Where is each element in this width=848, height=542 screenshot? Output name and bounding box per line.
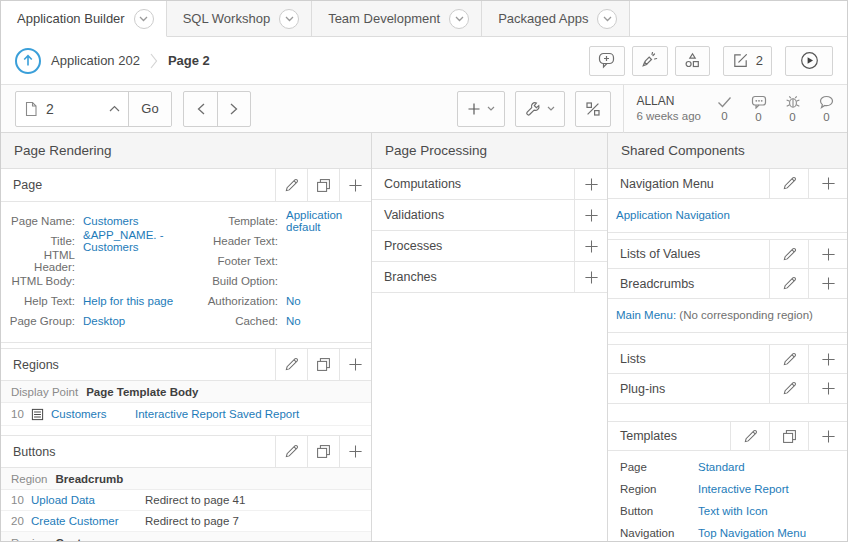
tabbar-spacer	[630, 1, 847, 37]
tab-application-builder[interactable]: Application Builder	[1, 1, 167, 37]
plugins-title: Plug-ins	[608, 374, 769, 403]
next-page-button[interactable]	[217, 92, 250, 126]
create-breadcrumb-button[interactable]	[808, 269, 847, 298]
attr-label: HTML Header:	[1, 249, 83, 273]
wrench-icon	[525, 101, 541, 117]
region-detail-link[interactable]: Interactive Report Saved Report	[135, 408, 299, 420]
attr-value-link[interactable]: No	[286, 295, 301, 307]
edit-lists-button[interactable]	[769, 345, 808, 373]
edit-breadcrumbs-button[interactable]	[769, 269, 808, 298]
display-point-value: Page Template Body	[86, 386, 198, 398]
plus-icon	[821, 352, 836, 367]
navigation-menu-link[interactable]: Application Navigation	[616, 209, 730, 221]
create-validation-button[interactable]	[574, 200, 607, 230]
add-comment-button[interactable]	[589, 46, 625, 76]
edit-navigation-menu-button[interactable]	[769, 169, 808, 198]
edit-lov-button[interactable]	[769, 240, 808, 268]
page-rendering-panel: Page Rendering Page Page Name:Customers …	[1, 133, 372, 541]
main-menu-link[interactable]: Main Menu:	[616, 309, 676, 321]
template-link[interactable]: Text with Icon	[698, 505, 768, 517]
edit-regions-button[interactable]	[275, 349, 307, 380]
create-page-button[interactable]	[339, 169, 371, 201]
create-lov-button[interactable]	[808, 240, 847, 268]
chevron-left-icon	[197, 103, 205, 115]
edit-templates-button[interactable]	[730, 422, 769, 450]
previous-page-button[interactable]	[184, 92, 217, 126]
tab-sql-workshop[interactable]: SQL Workshop	[167, 1, 312, 37]
go-button[interactable]: Go	[128, 92, 171, 126]
comments-stat[interactable]: 0	[813, 95, 840, 123]
breadcrumb-application[interactable]: Application 202	[51, 53, 140, 68]
buttons-section-header: Buttons	[1, 435, 371, 468]
attr-label: Header Text:	[186, 235, 286, 247]
template-link[interactable]: Standard	[698, 461, 745, 473]
region-row: 10 Customers Interactive Report Saved Re…	[1, 403, 371, 426]
plus-icon	[348, 178, 363, 193]
breadcrumb-bar: Application 202 Page 2	[1, 37, 847, 85]
create-branch-button[interactable]	[574, 262, 607, 292]
edit-page-button[interactable]: 2	[723, 46, 772, 76]
template-link[interactable]: Top Navigation Menu	[698, 527, 806, 539]
pencil-icon	[284, 357, 299, 372]
duplicate-icon	[782, 429, 797, 444]
create-region-button[interactable]	[339, 349, 371, 380]
template-link[interactable]: Interactive Report	[698, 483, 789, 495]
plus-icon	[584, 270, 599, 285]
create-list-button[interactable]	[808, 345, 847, 373]
chevron-down-icon[interactable]	[279, 9, 299, 29]
edit-buttons-button[interactable]	[275, 436, 307, 467]
chevron-down-icon[interactable]	[597, 9, 617, 29]
computations-row: Computations	[372, 169, 607, 200]
advisor-button[interactable]	[632, 46, 668, 76]
attr-value-link[interactable]: Customers	[83, 215, 139, 227]
template-type: Navigation	[620, 527, 698, 539]
page-section-title: Page	[1, 169, 275, 201]
plugins-header: Plug-ins	[608, 374, 847, 404]
attr-value-link[interactable]: No	[286, 315, 301, 327]
create-navigation-menu-button[interactable]	[808, 169, 847, 198]
page-attributes-left: Page Name:Customers Title:&APP_NAME. - C…	[1, 211, 186, 331]
button-name-link[interactable]: Create Customer	[31, 515, 145, 527]
tab-label: Team Development	[328, 11, 440, 26]
shared-components-button[interactable]	[675, 46, 710, 76]
create-button-button[interactable]	[339, 436, 371, 467]
bugs-stat[interactable]: 0	[779, 95, 806, 123]
copy-page-button[interactable]	[307, 169, 339, 201]
pencil-icon	[743, 429, 758, 444]
tab-packaged-apps[interactable]: Packaged Apps	[482, 1, 630, 37]
attr-value-link[interactable]: &APP_NAME. - Customers	[83, 229, 186, 253]
copy-button-button[interactable]	[307, 436, 339, 467]
copy-region-button[interactable]	[307, 349, 339, 380]
page-number-box[interactable]	[16, 92, 128, 126]
region-name-link[interactable]: Customers	[51, 408, 135, 420]
create-menu-button[interactable]	[457, 91, 505, 127]
page-number-input[interactable]	[46, 101, 76, 117]
utilities-menu-button[interactable]	[515, 91, 565, 127]
create-computation-button[interactable]	[574, 169, 607, 199]
chevron-up-icon[interactable]	[109, 105, 120, 112]
comments-count: 0	[813, 111, 840, 123]
run-page-button[interactable]	[785, 46, 833, 76]
tab-team-development[interactable]: Team Development	[312, 1, 482, 37]
chevron-down-icon	[547, 106, 555, 112]
page-processing-header: Page Processing	[372, 133, 607, 169]
approvals-stat[interactable]: 0	[711, 96, 738, 122]
edit-page-attributes-button[interactable]	[275, 169, 307, 201]
page-attributes: Page Name:Customers Title:&APP_NAME. - C…	[1, 202, 371, 343]
attr-value-link[interactable]: Application default	[286, 209, 371, 233]
create-template-button[interactable]	[808, 422, 847, 450]
arrow-up-circle-icon[interactable]	[15, 48, 41, 74]
button-name-link[interactable]: Upload Data	[31, 494, 145, 506]
edit-plugins-button[interactable]	[769, 374, 808, 403]
attr-value-link[interactable]: Help for this page	[83, 295, 173, 307]
create-plugin-button[interactable]	[808, 374, 847, 403]
copy-template-button[interactable]	[769, 422, 808, 450]
button-sequence: 20	[11, 515, 31, 527]
feedback-stat[interactable]: 0	[745, 95, 772, 123]
plus-icon	[821, 381, 836, 396]
shared-components-utility-button[interactable]	[575, 91, 611, 127]
chevron-down-icon[interactable]	[449, 9, 469, 29]
attr-value-link[interactable]: Desktop	[83, 315, 125, 327]
create-process-button[interactable]	[574, 231, 607, 261]
chevron-down-icon[interactable]	[134, 9, 154, 29]
